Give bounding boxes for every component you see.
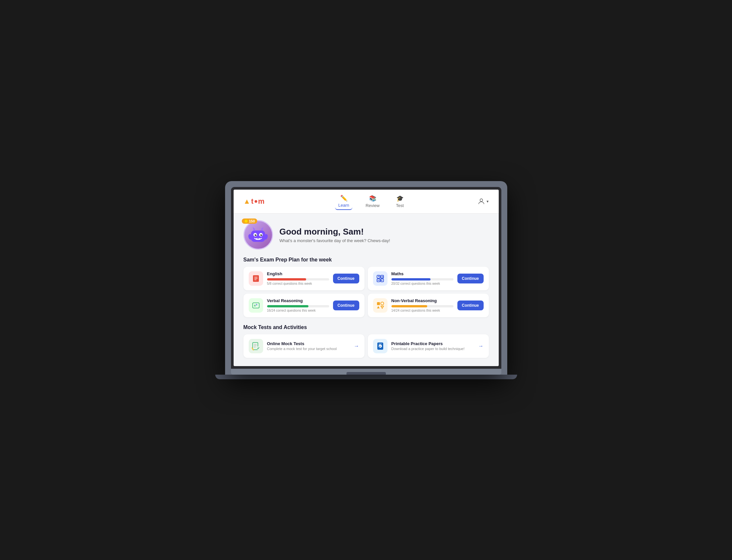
verbal-progress-bg — [267, 305, 329, 307]
svg-point-33 — [381, 302, 384, 305]
navbar: ▲ t m ✏️ Learn 📚 Review — [234, 190, 499, 214]
english-icon — [249, 271, 263, 286]
nonverbal-continue-button[interactable]: Continue — [457, 301, 484, 310]
nonverbal-progress-text: 14/24 correct questions this week — [391, 309, 453, 312]
maths-icon — [373, 271, 387, 286]
learn-label: Learn — [338, 203, 349, 208]
svg-rect-9 — [259, 238, 260, 239]
practice-papers-arrow: → — [478, 343, 484, 349]
svg-rect-19 — [381, 275, 384, 278]
hero-text: Good morning, Sam! What's a monster's fa… — [280, 227, 390, 243]
english-info: English 5/8 correct questions this week — [267, 271, 329, 285]
svg-rect-46 — [379, 344, 381, 345]
practice-papers-title: Printable Practice Papers — [391, 341, 474, 346]
maths-progress-bg — [391, 278, 453, 280]
verbal-info: Verbal Reasoning 16/24 correct questions… — [267, 298, 329, 312]
svg-text:b: b — [256, 303, 257, 306]
subject-card-verbal: a b Verbal Reasoning 16/24 correct quest… — [243, 294, 365, 317]
mock-tests-info: Online Mock Tests Complete a mock test f… — [267, 341, 350, 351]
coin-icon — [244, 219, 248, 223]
practice-papers-info: Printable Practice Papers Download a pra… — [391, 341, 474, 351]
nonverbal-name: Non-Verbal Reasoning — [391, 298, 453, 303]
verbal-icon: a b — [249, 298, 263, 313]
svg-point-6 — [256, 234, 256, 235]
coins-count: 150 — [249, 219, 255, 223]
tab-review[interactable]: 📚 Review — [362, 193, 383, 210]
maths-continue-button[interactable]: Continue — [457, 274, 484, 283]
user-menu[interactable]: ▾ — [477, 197, 489, 205]
svg-rect-45 — [379, 343, 382, 344]
activity-card-mock[interactable]: Online Mock Tests Complete a mock test f… — [243, 334, 365, 358]
main-content: 150 — [234, 214, 499, 366]
user-icon — [477, 197, 485, 205]
subject-card-maths: Maths 20/32 correct questions this week … — [368, 267, 489, 290]
test-icon: 🎓 — [396, 195, 404, 202]
laptop-wrapper: ▲ t m ✏️ Learn 📚 Review — [215, 181, 517, 379]
subject-card-english: English 5/8 correct questions this week … — [243, 267, 365, 290]
english-continue-button[interactable]: Continue — [333, 274, 359, 283]
activities-section-title: Mock Tests and Activities — [243, 324, 489, 330]
greeting: Good morning, Sam! — [280, 227, 390, 237]
avatar — [243, 220, 273, 250]
verbal-progress-fill — [267, 305, 309, 307]
monster-avatar — [247, 224, 269, 245]
screen: ▲ t m ✏️ Learn 📚 Review — [234, 190, 499, 366]
english-progress-fill — [267, 278, 306, 280]
hero-section: 150 — [243, 220, 489, 250]
nav-tabs: ✏️ Learn 📚 Review 🎓 Test — [335, 193, 407, 210]
review-icon: 📚 — [369, 195, 376, 202]
plan-section-title: Sam's Exam Prep Plan for the week — [243, 257, 489, 263]
laptop-body: ▲ t m ✏️ Learn 📚 Review — [225, 181, 507, 375]
tab-test[interactable]: 🎓 Test — [393, 193, 407, 210]
logo-t: t — [251, 197, 253, 206]
chevron-down-icon: ▾ — [487, 199, 489, 204]
verbal-name: Verbal Reasoning — [267, 298, 329, 303]
logo-dot — [255, 200, 257, 203]
review-label: Review — [366, 203, 380, 208]
joke: What's a monster's favourite day of the … — [280, 238, 390, 243]
test-label: Test — [396, 203, 404, 208]
svg-rect-15 — [254, 277, 258, 278]
svg-marker-34 — [377, 306, 380, 308]
maths-progress-fill — [391, 278, 430, 280]
svg-marker-11 — [261, 227, 263, 231]
logo: ▲ t m — [243, 197, 265, 206]
tab-learn[interactable]: ✏️ Learn — [335, 193, 352, 210]
mock-tests-desc: Complete a mock test for your target sch… — [267, 347, 350, 351]
maths-name: Maths — [391, 271, 453, 276]
laptop-base — [215, 375, 517, 379]
nonverbal-progress-fill — [391, 305, 428, 307]
subjects-grid: English 5/8 correct questions this week … — [243, 267, 489, 317]
svg-marker-10 — [253, 227, 255, 231]
svg-rect-17 — [254, 280, 257, 280]
mock-tests-title: Online Mock Tests — [267, 341, 350, 346]
avatar-container: 150 — [243, 220, 273, 250]
svg-rect-1 — [251, 231, 265, 242]
nonverbal-info: Non-Verbal Reasoning 14/24 correct quest… — [391, 298, 453, 312]
logo-o: m — [258, 197, 265, 206]
english-name: English — [267, 271, 329, 276]
activity-card-practice[interactable]: P Printable Practice Papers Download a p… — [368, 334, 489, 358]
subject-card-nonverbal: Non-Verbal Reasoning 14/24 correct quest… — [368, 294, 489, 317]
svg-rect-32 — [377, 302, 380, 305]
english-progress-bg — [267, 278, 329, 280]
svg-point-7 — [261, 234, 262, 235]
verbal-progress-text: 16/24 correct questions this week — [267, 309, 329, 312]
activities-grid: Online Mock Tests Complete a mock test f… — [243, 334, 489, 358]
laptop-notch — [346, 372, 386, 375]
svg-rect-16 — [254, 278, 258, 279]
logo-a: ▲ — [243, 197, 251, 206]
practice-papers-desc: Download a practice paper to build techn… — [391, 347, 474, 351]
mock-tests-icon — [249, 339, 263, 353]
screen-bezel: ▲ t m ✏️ Learn 📚 Review — [231, 187, 501, 369]
maths-progress-text: 20/32 correct questions this week — [391, 282, 453, 285]
svg-point-4 — [255, 234, 256, 236]
svg-rect-8 — [256, 238, 258, 239]
maths-info: Maths 20/32 correct questions this week — [391, 271, 453, 285]
svg-point-0 — [480, 199, 483, 201]
verbal-continue-button[interactable]: Continue — [333, 301, 359, 310]
svg-point-40 — [257, 346, 260, 350]
nonverbal-progress-bg — [391, 305, 453, 307]
coins-badge: 150 — [242, 218, 257, 224]
svg-marker-35 — [381, 306, 384, 308]
